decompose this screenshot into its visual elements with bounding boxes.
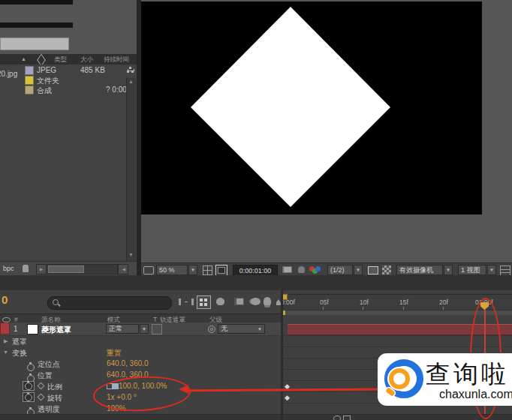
channels-icon[interactable] xyxy=(309,266,321,274)
logo-orange-ring xyxy=(389,368,410,389)
opacity-value[interactable]: 100% xyxy=(107,404,126,412)
watermark-domain: chaxunla.com xyxy=(439,388,512,401)
scale-label[interactable]: 比例 xyxy=(47,382,62,392)
grid-guides-icon[interactable] xyxy=(203,266,212,275)
project-row-footage[interactable]: 20.jpg JPEG 485 KB xyxy=(0,65,137,75)
transform-group-row[interactable]: ▼ 变换 重置 xyxy=(0,346,282,358)
frame-blend-icon[interactable] xyxy=(234,298,244,305)
blend-mode-select[interactable]: 正常 xyxy=(106,324,139,334)
anchor-point-row[interactable]: 定位点 640.0, 360.0 xyxy=(0,358,282,369)
opacity-row[interactable]: 透明度 100% xyxy=(0,403,282,414)
scroll-up-icon[interactable]: ▲ xyxy=(128,79,134,84)
column-duration[interactable]: 持续时间 xyxy=(104,56,129,64)
horizontal-divider[interactable] xyxy=(0,275,512,290)
safe-margins-icon[interactable] xyxy=(215,265,227,276)
pick-whip-icon[interactable] xyxy=(208,326,215,333)
work-area-bar[interactable] xyxy=(282,310,512,315)
layer-name[interactable]: 菱形遮罩 xyxy=(41,325,71,335)
project-row-composition[interactable]: 合成 ? 0:00 xyxy=(0,85,137,94)
timecode-style-icon[interactable] xyxy=(179,298,194,305)
reset-button[interactable]: 重置 xyxy=(107,348,122,358)
parent-value: 无 xyxy=(221,324,227,334)
trash-icon[interactable] xyxy=(23,266,29,272)
scroll-down-icon[interactable]: ▼ xyxy=(128,252,134,257)
project-vscrollbar[interactable]: ▲ ▼ xyxy=(126,78,136,261)
keyframe-diamond[interactable]: ◆ xyxy=(285,394,290,401)
magnification-icon[interactable] xyxy=(143,266,154,274)
item-name-field[interactable] xyxy=(0,38,69,50)
comp-canvas[interactable] xyxy=(141,2,482,214)
blend-mode-dropdown-button[interactable]: ▼ xyxy=(140,324,149,334)
column-type[interactable]: 类型 xyxy=(54,56,67,64)
mini-flowchart-button[interactable] xyxy=(197,296,211,309)
position-label[interactable]: 位置 xyxy=(38,370,53,381)
chevron-down-icon: ▼ xyxy=(356,268,360,272)
track-matte-checkbox[interactable] xyxy=(152,324,162,334)
zoom-dropdown-button[interactable]: ▼ xyxy=(188,265,197,275)
opacity-label[interactable]: 透明度 xyxy=(38,404,60,415)
toggle-modes-icon[interactable] xyxy=(343,416,351,420)
masks-group-row[interactable]: ▶ 遮罩 xyxy=(0,335,282,346)
stopwatch-enabled[interactable] xyxy=(23,392,35,402)
position-row[interactable]: 位置 640.0, 360.0 xyxy=(0,369,282,380)
camera-dropdown-button[interactable]: ▼ xyxy=(444,265,453,275)
hscroll-right-button[interactable]: ▲ xyxy=(118,264,128,274)
composition-icon xyxy=(25,86,34,94)
timeline-search-input[interactable] xyxy=(47,296,172,310)
keyframe-diamond[interactable]: ◆ xyxy=(285,382,290,390)
project-row-folder[interactable]: 文件夹 xyxy=(0,75,137,85)
flowchart-icon[interactable] xyxy=(127,67,134,74)
shy-icon[interactable] xyxy=(216,298,224,305)
collapse-triangle-icon[interactable]: ▼ xyxy=(3,350,8,355)
search-icon-handle xyxy=(58,304,61,307)
masks-group-label[interactable]: 遮罩 xyxy=(12,337,27,347)
brainstorm-icon[interactable] xyxy=(264,297,271,305)
hscroll-thumb[interactable] xyxy=(48,266,84,273)
bpc-button[interactable]: bpc xyxy=(3,265,14,272)
rotation-row[interactable]: 旋转 1x +0.0 ° xyxy=(0,392,282,403)
timeline-column-divider[interactable] xyxy=(281,290,283,420)
expand-triangle-icon[interactable]: ▶ xyxy=(4,338,8,344)
rotation-label[interactable]: 旋转 xyxy=(47,393,62,404)
column-divider xyxy=(100,56,101,63)
row-separator xyxy=(283,335,512,336)
anchor-point-label[interactable]: 定位点 xyxy=(38,359,60,370)
show-snapshot-icon[interactable] xyxy=(298,266,305,273)
toggle-switches-icon[interactable] xyxy=(333,416,341,420)
project-list-header: ▲ 类型 大小 持续时间 xyxy=(0,54,137,65)
view-dropdown-button[interactable]: ▼ xyxy=(487,265,496,275)
layer-label-color[interactable] xyxy=(0,322,10,334)
layer-row[interactable]: 1 菱形遮罩 正常 ▼ 无▼ xyxy=(0,322,282,336)
scale-value[interactable]: 100.0, 100.0% xyxy=(119,382,167,390)
region-of-interest-icon[interactable] xyxy=(368,266,378,274)
view-layout-select[interactable]: 1 视图 xyxy=(458,265,486,275)
project-hscrollbar[interactable] xyxy=(46,264,118,274)
parent-select[interactable]: 无▼ xyxy=(218,324,265,334)
scale-row[interactable]: 比例 100.0, 100.0% xyxy=(0,380,282,392)
position-value[interactable]: 640.0, 360.0 xyxy=(107,370,149,379)
transparency-grid-icon[interactable] xyxy=(382,266,391,274)
zoom-select[interactable]: 50 % xyxy=(156,265,188,275)
resolution-dropdown-button[interactable]: ▼ xyxy=(354,265,363,275)
camera-select[interactable]: 有效摄像机 xyxy=(396,265,443,275)
sort-arrow-icon[interactable]: ▲ xyxy=(21,56,26,62)
anchor-point-value[interactable]: 640.0, 360.0 xyxy=(107,359,149,368)
current-time-display[interactable]: 0 xyxy=(2,293,8,306)
column-size[interactable]: 大小 xyxy=(80,56,93,64)
chevron-down-icon: ▼ xyxy=(258,327,262,332)
resolution-select[interactable]: (1/2) xyxy=(327,265,353,275)
keyframe-navigator-icon[interactable] xyxy=(38,394,45,401)
layer-duration-bar[interactable] xyxy=(288,324,512,335)
time-ruler[interactable]: 0:00f 05f 10f 15f 20f 01:00f xyxy=(282,294,512,311)
constrain-proportions-icon[interactable] xyxy=(107,383,113,389)
stopwatch-enabled[interactable] xyxy=(23,381,35,391)
motion-blur-icon[interactable] xyxy=(251,298,261,305)
rotation-value[interactable]: 1x +0.0 ° xyxy=(107,393,137,401)
ruler-tick-label: 05f xyxy=(320,298,329,306)
hscroll-left-button[interactable]: ▲ xyxy=(36,264,47,274)
transform-group-label[interactable]: 变换 xyxy=(12,348,27,358)
panel-strip xyxy=(0,22,73,28)
keyframe-navigator-icon[interactable] xyxy=(38,382,45,390)
pixel-aspect-icon[interactable] xyxy=(500,266,510,276)
snapshot-camera-icon[interactable] xyxy=(282,266,292,273)
